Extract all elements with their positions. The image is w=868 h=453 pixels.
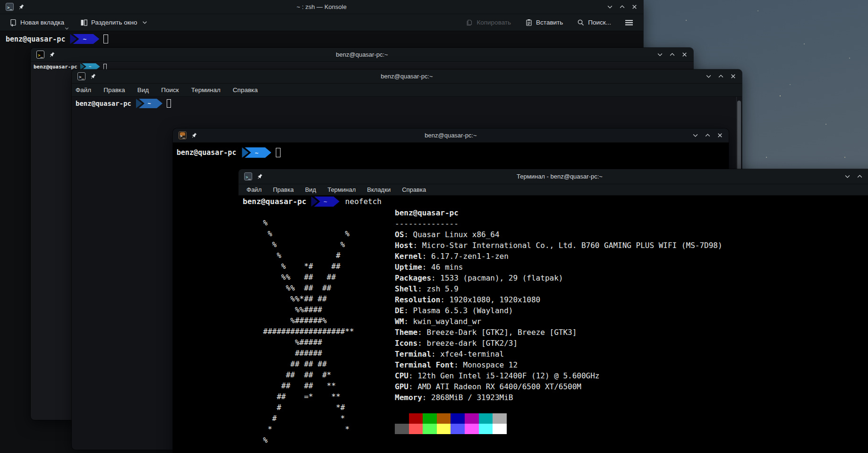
neofetch-info-line: Resolution: 1920x1080, 1920x1080: [395, 294, 723, 305]
new-tab-button[interactable]: Новая вкладка: [7, 16, 67, 29]
minimize-button[interactable]: [705, 73, 712, 80]
prompt-command: neofetch: [345, 197, 382, 206]
menu-item[interactable]: Справка: [402, 186, 426, 193]
neofetch-info-line: Kernel: 6.17.7-zen1-1-zen: [395, 251, 723, 262]
palette-swatch: [437, 424, 451, 434]
minimize-button[interactable]: [606, 4, 613, 10]
maximize-button[interactable]: [856, 173, 863, 180]
paste-button[interactable]: Вставить: [522, 16, 566, 29]
prompt-user: benz@quasar-pc: [177, 148, 236, 157]
new-tab-dropdown-caret[interactable]: [65, 27, 69, 30]
ascii-art-line: %: [263, 435, 354, 445]
neofetch-info-line: GPU: AMD ATI Radeon RX 6400/6500 XT/6500…: [395, 381, 723, 392]
prompt-user: benz@quasar-pc: [6, 35, 65, 43]
search-label: Поиск...: [588, 19, 611, 26]
palette-swatch: [423, 413, 437, 424]
split-window-button[interactable]: Разделить окно: [77, 16, 150, 29]
neofetch-info-line: WM: kwin_wayland_wr: [395, 316, 723, 327]
neofetch-info-line: Shell: zsh 5.9: [395, 283, 723, 294]
terminal-cursor: [276, 148, 281, 157]
ascii-art-line: %#####: [263, 337, 354, 348]
titlebar[interactable]: benz@quasar-pc:~ >_: [31, 48, 693, 62]
prompt-cwd: ~: [147, 100, 151, 107]
close-button[interactable]: [730, 73, 736, 80]
titlebar[interactable]: benz@quasar-pc:~ >_: [173, 128, 729, 143]
ascii-art-line: % #: [263, 250, 354, 261]
minimize-button[interactable]: [656, 51, 663, 58]
palette-swatch: [479, 424, 493, 434]
close-button[interactable]: [716, 132, 723, 139]
titlebar[interactable]: ~ : zsh — Konsole >_: [0, 0, 643, 14]
titlebar[interactable]: benz@quasar-pc:~ >_: [72, 69, 742, 84]
prompt-cwd: ~: [255, 149, 259, 156]
pin-icon[interactable]: [90, 73, 96, 80]
window-title: ~ : zsh — Konsole: [0, 3, 643, 10]
window-title: benz@quasar-pc:~: [72, 73, 742, 80]
palette-swatch: [465, 413, 479, 424]
menu-item[interactable]: Правка: [103, 86, 125, 94]
neofetch-info-line: Terminal Font: Monospace 12: [395, 359, 723, 370]
neofetch-color-palette: [395, 413, 507, 434]
minimize-button[interactable]: [844, 173, 851, 180]
menu-item[interactable]: Справка: [233, 86, 258, 94]
shell-prompt: benz@quasar-pc ~: [34, 63, 693, 70]
menu-item[interactable]: Терминал: [191, 86, 221, 94]
ascii-art-line: %%*## ##: [263, 293, 354, 304]
palette-swatch: [493, 413, 507, 424]
menu-item[interactable]: Файл: [247, 186, 262, 193]
titlebar[interactable]: Терминал - benz@quasar-pc:~ >_: [238, 169, 868, 184]
pin-icon[interactable]: [256, 173, 263, 180]
menubar: ФайлПравкаВидПоискТерминалСправка: [72, 84, 742, 97]
menu-item[interactable]: Вкладки: [367, 186, 391, 193]
menu-item[interactable]: Правка: [273, 186, 294, 193]
maximize-button[interactable]: [669, 51, 675, 58]
pin-icon[interactable]: [18, 4, 25, 10]
terminal-cursor: [103, 34, 108, 43]
neofetch-info-line: Icons: breeze-dark [GTK2/3]: [395, 338, 723, 349]
palette-swatch: [395, 424, 409, 434]
ascii-art-line: ## ## **: [263, 380, 354, 391]
maximize-button[interactable]: [619, 4, 625, 10]
shell-prompt: benz@quasar-pc ~: [76, 99, 742, 108]
menu-item[interactable]: Терминал: [327, 186, 356, 193]
xterm-app-icon: >_: [77, 72, 85, 80]
ascii-art-line: % %: [263, 228, 354, 239]
maximize-button[interactable]: [717, 73, 724, 80]
palette-swatch: [437, 413, 451, 424]
ascii-art-line: ## ## ##: [263, 359, 354, 369]
search-button[interactable]: Поиск...: [574, 16, 614, 29]
menu-item[interactable]: Вид: [305, 186, 316, 193]
hamburger-icon: [624, 19, 634, 26]
prompt-segment: ~: [136, 99, 162, 108]
palette-swatch: [451, 424, 465, 434]
menu-item[interactable]: Вид: [137, 86, 149, 94]
maximize-button[interactable]: [704, 132, 711, 139]
terminal-content[interactable]: benz@quasar-pc ~ neofetch % % % % % % # …: [238, 196, 868, 453]
close-button[interactable]: [681, 51, 688, 58]
close-button[interactable]: [631, 4, 638, 10]
ascii-art-line: %######%: [263, 315, 354, 326]
window-title: benz@quasar-pc:~: [31, 51, 693, 58]
neofetch-info-line: DE: Plasma 6.5.3 (Wayland): [395, 305, 723, 316]
minimize-button[interactable]: [692, 132, 698, 139]
ascii-art-line: % *# ##: [263, 261, 354, 272]
palette-swatch: [395, 413, 409, 424]
menu-item[interactable]: Поиск: [161, 86, 179, 94]
ascii-art-line: ## ## #*: [263, 369, 354, 380]
neofetch-info-line: CPU: 12th Gen Intel i5-12400F (12) @ 5.6…: [395, 370, 723, 381]
copy-button[interactable]: Копировать: [463, 16, 514, 29]
palette-swatch: [479, 413, 493, 424]
palette-swatch: [409, 413, 423, 424]
hamburger-menu-button[interactable]: [621, 16, 637, 29]
pin-icon[interactable]: [49, 51, 55, 58]
xterm-app-icon: >_: [36, 51, 44, 59]
neofetch-info-line: Theme: Breeze-Dark [GTK2], Breeze [GTK3]: [395, 327, 723, 338]
pin-icon[interactable]: [191, 132, 197, 139]
terminal-cursor: [103, 64, 107, 70]
menu-item[interactable]: Файл: [76, 86, 91, 94]
prompt-cwd: ~: [89, 64, 91, 69]
menubar: ФайлПравкаВидТерминалВкладкиСправка: [238, 184, 868, 196]
prompt-user: benz@quasar-pc: [34, 64, 77, 70]
palette-swatch: [451, 413, 465, 424]
window-title: benz@quasar-pc:~: [173, 132, 729, 139]
